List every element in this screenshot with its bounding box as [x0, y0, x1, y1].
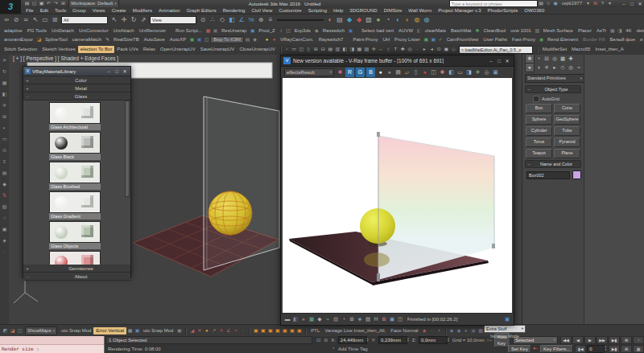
toolbar-icon[interactable]: ▣	[175, 327, 183, 335]
selection-lock-icon[interactable]: ⊡	[315, 337, 322, 344]
toolbar-icon[interactable]: ▣	[1, 224, 8, 235]
toolbar-button[interactable]: Paint-Proxy	[350, 36, 380, 43]
minimize-button[interactable]: –	[620, 0, 628, 7]
tool-icon[interactable]: ◩	[2, 327, 9, 335]
user-name[interactable]: cejik1977	[559, 0, 584, 7]
green-channel-icon[interactable]: G	[356, 68, 365, 77]
render-iterative-icon[interactable]: ◍	[422, 14, 431, 26]
menu-item[interactable]: Graph Editors	[184, 7, 220, 14]
x-coordinate-field[interactable]: 24,449mm	[338, 336, 367, 344]
geometry-icon[interactable]: ●	[525, 63, 535, 72]
script-icon[interactable]: ▦	[204, 27, 212, 35]
primitive-button-teapot[interactable]: Teapot	[526, 149, 552, 158]
toolbar-button[interactable]: User Paths	[481, 36, 510, 43]
select-by-name-icon[interactable]: ⊞	[50, 14, 60, 26]
align-icon[interactable]: ▤	[335, 14, 345, 26]
toolbar-icon[interactable]: ↔	[378, 46, 385, 53]
help-caret[interactable]: ▾	[606, 0, 613, 7]
pan-icon[interactable]: ✛	[473, 68, 482, 77]
toolbar-icon[interactable]: ▭	[1, 133, 8, 145]
zoom-icon[interactable]: ◎	[482, 68, 491, 77]
edit-icon[interactable]: ✎	[104, 36, 111, 43]
favorites-icon[interactable]: ☆	[545, 0, 552, 7]
toolbar-button[interactable]: AutoXP	[167, 36, 188, 43]
menu-item[interactable]: Group	[69, 7, 89, 14]
select-object-icon[interactable]: ↖	[31, 14, 40, 26]
check-icon[interactable]: ✓	[437, 36, 444, 43]
menu-item[interactable]: Create	[109, 7, 130, 14]
proxy-icon[interactable]: ▣	[430, 36, 437, 43]
curve-editor-icon[interactable]: ▧	[364, 14, 374, 26]
scrollbar[interactable]	[125, 101, 130, 197]
primitive-button-sphere[interactable]: Sphere	[526, 115, 552, 125]
toolbar-button[interactable]: PG Tools	[25, 27, 49, 35]
toolbar-button[interactable]: adaptive	[2, 27, 25, 35]
toolbar-button[interactable]: CamFromView	[444, 36, 481, 43]
menu-item[interactable]: File	[23, 7, 37, 14]
vfb-title-bar[interactable]: V New version available - V-Ray frame bu…	[281, 55, 514, 67]
alpha-channel-icon[interactable]: ●	[376, 68, 385, 77]
toolbar-icon[interactable]: ·	[1, 246, 8, 257]
maxscript-mini-listener[interactable]: Render size :	[0, 336, 105, 353]
toolbar-button[interactable]: Macro55	[569, 46, 592, 53]
toolbar-button[interactable]: Run Script...	[173, 27, 204, 35]
render-setup-icon[interactable]: ◖	[393, 14, 402, 26]
tool-icon[interactable]: ▣	[196, 36, 203, 43]
save-image-icon[interactable]: ▤	[394, 68, 402, 77]
object-type-header[interactable]: – Object Type	[525, 85, 581, 93]
toolbar-button[interactable]: Pack UVs	[114, 46, 140, 53]
region-render-icon[interactable]: ◧	[447, 68, 456, 77]
toolbar-icon[interactable]: ◧	[1, 88, 8, 100]
primitive-button-box[interactable]: Box	[526, 104, 552, 113]
menu-item[interactable]: Rendering	[220, 7, 249, 14]
toolbar-button[interactable]: uvw 1001	[508, 27, 534, 35]
toolbar-icon[interactable]: ↗	[210, 327, 217, 335]
rendered-frame-icon[interactable]: ◗	[402, 14, 412, 26]
history-icon[interactable]: H	[372, 314, 380, 324]
modify-tab[interactable]: ◔	[535, 55, 543, 63]
toolbar-icon[interactable]: ▨	[363, 46, 370, 53]
export-icon[interactable]: ◆	[313, 27, 320, 35]
section-glass[interactable]: -Glass	[23, 92, 130, 101]
y-coordinate-field[interactable]: 0,239mm	[378, 336, 407, 344]
tool-icon[interactable]: ◆	[251, 36, 258, 43]
toolbar-icon[interactable]: ✕	[196, 327, 203, 335]
material-editor-icon[interactable]: ◔	[383, 14, 393, 26]
toolbar-icon[interactable]: ✛	[1, 100, 8, 111]
toolbar-icon[interactable]: ▣	[281, 327, 288, 335]
toolbar-icon[interactable]: ·	[239, 327, 246, 335]
primitive-button-tube[interactable]: Tube	[554, 126, 580, 136]
viewport-layout-button[interactable]: ▦	[633, 345, 644, 353]
pivot-icon[interactable]: ⊙	[198, 14, 208, 26]
menu-item[interactable]: Scripting	[305, 7, 330, 14]
primitive-button-plane[interactable]: Plane	[554, 149, 580, 158]
select-link-icon[interactable]: ∞	[2, 14, 11, 26]
menu-item[interactable]: Civil View	[248, 7, 275, 14]
helpers-icon[interactable]: ◇	[559, 64, 567, 72]
toolbar-button[interactable]: UniConnector	[76, 27, 111, 35]
hue-icon[interactable]: ◆	[316, 314, 324, 324]
showmaps-dropdown[interactable]: ShowMaps▾	[25, 326, 57, 335]
stamp-icon[interactable]: ▬	[283, 314, 291, 324]
toolbar-icon[interactable]: ✚	[399, 46, 407, 53]
exposure-icon[interactable]: ●	[299, 314, 308, 324]
close-icon[interactable]: ✕	[1, 55, 8, 66]
toolbar-icon[interactable]: ≈	[232, 327, 239, 335]
toolbar-icon[interactable]: ◢	[188, 327, 196, 335]
toolbar-icon[interactable]: ⊙	[436, 46, 443, 53]
toolbar-icon[interactable]: ⊞	[1, 111, 8, 122]
toolbar-button[interactable]: Placer	[576, 27, 594, 35]
menu-item[interactable]: Help	[330, 7, 346, 14]
srgb-icon[interactable]: ⊞	[348, 314, 356, 324]
set-keys-icon[interactable]: ●–	[532, 345, 539, 352]
white-balance-icon[interactable]: ▦	[308, 314, 316, 324]
mirror-icon[interactable]: ◐	[325, 14, 335, 26]
toolbar-button[interactable]: AsTr	[594, 27, 609, 35]
rotate-icon[interactable]: ↻	[129, 14, 138, 26]
ref-coord-combo[interactable]: View	[150, 16, 196, 24]
name-color-header[interactable]: – Name and Color	[525, 160, 581, 168]
menu-item[interactable]: Tools	[52, 7, 69, 14]
toolbar-icon[interactable]: ▤	[1, 167, 8, 179]
toolbar-icon[interactable]: ▭	[291, 46, 298, 53]
ribbon-icon[interactable]: ◆	[354, 14, 364, 26]
